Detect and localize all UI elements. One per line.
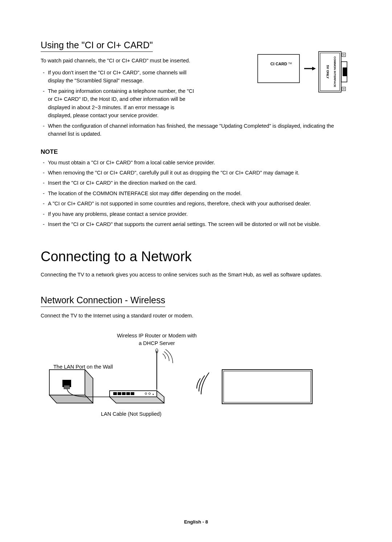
svg-rect-8 <box>343 67 347 76</box>
svg-rect-28 <box>118 392 121 395</box>
svg-rect-20 <box>64 385 70 389</box>
svg-marker-4 <box>312 67 316 70</box>
svg-rect-36 <box>224 371 311 402</box>
section-title-wireless: Network Connection - Wireless <box>41 295 165 307</box>
svg-text:TM: TM <box>288 62 292 65</box>
list-item: A "CI or CI+ CARD" is not supported in s… <box>41 200 351 208</box>
svg-rect-31 <box>131 392 134 395</box>
list-item: The pairing information containing a tel… <box>41 87 197 120</box>
svg-rect-0 <box>258 54 299 83</box>
page-footer: English - 8 <box>0 519 392 525</box>
svg-rect-9 <box>342 53 346 57</box>
wireless-intro: Connect the TV to the Internet using a s… <box>41 312 351 320</box>
svg-text:COMMON INTERFACE: COMMON INTERFACE <box>333 57 336 88</box>
svg-rect-30 <box>126 392 130 395</box>
svg-text:CI CARD: CI CARD <box>270 62 287 66</box>
svg-point-12 <box>343 88 344 90</box>
ci-card-diagram: CI CARD TM 5V ONLY COMMON INTERFACE <box>257 51 351 94</box>
list-item: If you don't insert the "CI or CI+ CARD"… <box>41 69 197 85</box>
wireless-network-diagram: Wireless IP Router or Modem with a DHCP … <box>41 333 349 417</box>
svg-point-34 <box>153 394 154 395</box>
svg-text:5V ONLY: 5V ONLY <box>326 65 330 79</box>
svg-marker-18 <box>49 395 93 403</box>
note-heading: NOTE <box>41 148 351 156</box>
list-item: You must obtain a "CI or CI+ CARD" from … <box>41 159 351 167</box>
svg-marker-26 <box>110 397 164 403</box>
note-bullets: You must obtain a "CI or CI+ CARD" from … <box>41 159 351 229</box>
list-item: Insert the "CI or CI+ CARD" in the direc… <box>41 179 351 187</box>
list-item: When the configuration of channel inform… <box>41 122 351 138</box>
svg-rect-5 <box>319 52 341 92</box>
svg-point-10 <box>343 54 344 56</box>
svg-rect-27 <box>113 392 117 395</box>
svg-rect-29 <box>122 392 126 395</box>
list-item: If you have any problems, please contact… <box>41 210 351 218</box>
section-title-ci-card: Using the "CI or CI+ CARD" <box>41 40 153 52</box>
list-item: Insert the "CI or CI+ CARD" that support… <box>41 220 351 228</box>
list-item: The location of the COMMON INTERFACE slo… <box>41 189 351 197</box>
chapter-title: Connecting to a Network <box>41 249 351 264</box>
list-item: When removing the "CI or CI+ CARD", care… <box>41 169 351 177</box>
chapter-intro: Connecting the TV to a network gives you… <box>41 271 351 279</box>
svg-rect-11 <box>342 87 346 91</box>
